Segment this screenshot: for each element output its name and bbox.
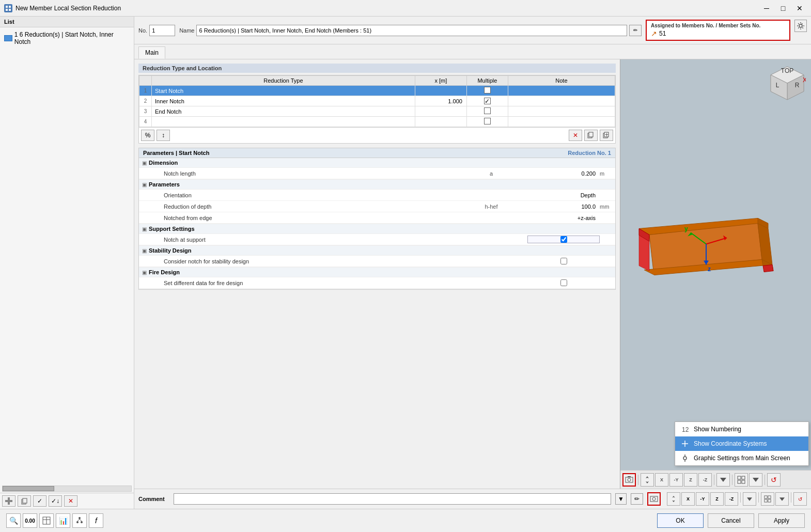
svg-point-67 [79, 517, 81, 519]
bottom-x-btn[interactable]: X [681, 492, 695, 506]
ctx-graphic-settings[interactable]: Graphic Settings from Main Screen [675, 451, 808, 465]
notch-length-value[interactable]: 0.200 [527, 170, 600, 177]
dimension-header[interactable]: ▣ Dimension [139, 158, 615, 168]
reduction-no: Reduction No. 1 [568, 150, 611, 156]
viewport-views-button[interactable] [735, 473, 748, 487]
list-delete-button[interactable]: ✕ [64, 495, 77, 507]
ok-button[interactable]: OK [657, 513, 704, 528]
viewport-dropdown1[interactable] [716, 473, 730, 487]
list-item[interactable]: 1 6 Reduction(s) | Start Notch, Inner No… [2, 29, 132, 47]
tab-main[interactable]: Main [138, 46, 165, 59]
minimize-button[interactable]: ─ [759, 3, 774, 13]
comment-screenshot-button[interactable] [647, 492, 661, 506]
fire-different-label: Set different data for fire design [160, 280, 455, 286]
numbering-icon: 12 [680, 425, 690, 434]
orientation-value: Depth [527, 192, 600, 198]
viewport-z-button[interactable]: Z [684, 473, 697, 487]
taskbar-tree-button[interactable] [72, 513, 87, 528]
no-input[interactable] [149, 25, 175, 36]
copy1-button[interactable] [584, 130, 598, 141]
notch-support-row: Notch at support [139, 234, 615, 245]
sort-button[interactable]: ↕ [157, 130, 170, 141]
cube-navigator[interactable]: TOP R L X [769, 65, 806, 102]
table-row[interactable]: 3 End Notch [139, 106, 615, 117]
bottom-neg-z-btn[interactable]: -Z [725, 492, 738, 506]
viewport-move-button[interactable] [641, 473, 654, 487]
cube-nav-svg: TOP R L X [769, 65, 806, 102]
parameters-header[interactable]: ▣ Parameters [139, 180, 615, 190]
svg-rect-1 [9, 6, 11, 8]
table-row[interactable]: 2 Inner Notch 1.000 ✓ [139, 96, 615, 106]
bottom-neg-y-btn[interactable]: -Y [696, 492, 709, 506]
svg-point-42 [683, 457, 687, 460]
list-area[interactable]: 1 6 Reduction(s) | Start Notch, Inner No… [0, 27, 134, 484]
ctx-show-coordinates[interactable]: Show Coordinate Systems [675, 436, 808, 451]
stability-header[interactable]: ▣ Stability Design [139, 246, 615, 256]
bottom-grid-btn[interactable] [761, 492, 774, 506]
fire-group: ▣ Fire Design Set different data for fir… [139, 268, 615, 289]
taskbar-chart-button[interactable]: 📊 [56, 513, 70, 528]
list-panel: List 1 6 Reduction(s) | Start Notch, Inn… [0, 17, 134, 509]
assigned-box: Assigned to Members No. / Member Sets No… [646, 20, 790, 41]
table-row[interactable]: 1 Start Notch [139, 86, 615, 96]
support-group: ▣ Support Settings Notch at support [139, 224, 615, 246]
list-scrollbar[interactable] [2, 486, 132, 492]
apply-button[interactable]: Apply [758, 513, 805, 528]
svg-rect-7 [23, 498, 27, 503]
parameters-group: ▣ Parameters Orientation Depth [139, 180, 615, 224]
viewport-y-button[interactable]: -Y [669, 473, 683, 487]
ctx-show-numbering[interactable]: 12 Show Numbering [675, 422, 808, 436]
settings-button[interactable] [794, 20, 807, 32]
comment-edit-button[interactable]: ✏ [631, 493, 643, 505]
fire-header[interactable]: ▣ Fire Design [139, 268, 615, 277]
comment-input[interactable] [174, 493, 611, 505]
taskbar-formula-button[interactable]: f [89, 513, 103, 528]
name-input[interactable] [196, 25, 627, 36]
svg-rect-52 [738, 480, 741, 483]
taskbar-search-button[interactable]: 🔍 [6, 513, 21, 528]
assigned-value: 51 [659, 30, 666, 37]
list-check2-button[interactable]: ✓↓ [49, 495, 62, 507]
support-header[interactable]: ▣ Support Settings [139, 224, 615, 234]
reduction-depth-value[interactable]: 100.0 [527, 204, 600, 210]
delete-button[interactable]: ✕ [569, 130, 582, 141]
taskbar-table-button[interactable] [39, 513, 54, 528]
bottom-z-btn[interactable]: Z [710, 492, 724, 506]
context-menu: 12 Show Numbering Show Coordi [675, 421, 809, 466]
svg-marker-30 [763, 264, 773, 272]
close-button[interactable]: ✕ [792, 3, 807, 13]
fire-checkbox[interactable] [560, 279, 567, 286]
table-row[interactable]: 4 [139, 117, 615, 127]
list-add-button[interactable] [2, 495, 15, 507]
svg-line-71 [80, 519, 82, 521]
bottom-vp-btn1[interactable] [667, 492, 680, 506]
stability-checkbox[interactable] [560, 258, 567, 264]
list-header: List [0, 17, 134, 27]
bottom-dd1[interactable] [743, 492, 756, 506]
viewport-refresh-button[interactable]: ↺ [767, 473, 781, 487]
list-check-button[interactable]: ✓ [33, 495, 46, 507]
name-edit-button[interactable]: ✏ [629, 25, 642, 36]
viewport-x-button[interactable]: X [655, 473, 668, 487]
copy2-button[interactable]: + [600, 130, 613, 141]
comment-dropdown-button[interactable]: ▼ [615, 493, 627, 505]
bottom-refresh-btn[interactable]: ↺ [793, 492, 807, 506]
bottom-dd2[interactable] [775, 492, 789, 506]
list-copy-button[interactable] [18, 495, 31, 507]
taskbar-num-button[interactable]: 0.00 [23, 513, 37, 528]
cancel-button[interactable]: Cancel [708, 513, 754, 528]
notch-support-checkbox[interactable] [560, 236, 567, 243]
col-multiple-header: Multiple [466, 76, 508, 86]
svg-text:TOP: TOP [781, 67, 793, 74]
col-x-header: x [m] [415, 76, 466, 86]
viewport-screenshot-button[interactable] [622, 473, 636, 487]
coordinate-icon [680, 439, 690, 448]
svg-point-8 [799, 24, 802, 27]
viewport-z2-button[interactable]: -Z [698, 473, 712, 487]
percentage-button[interactable]: % [141, 130, 154, 141]
reduction-depth-label: Reduction of depth [160, 204, 455, 210]
maximize-button[interactable]: □ [776, 3, 790, 13]
viewport-dropdown2[interactable] [749, 473, 762, 487]
collapse-icon5: ▣ [142, 270, 147, 275]
separator2 [714, 475, 714, 485]
